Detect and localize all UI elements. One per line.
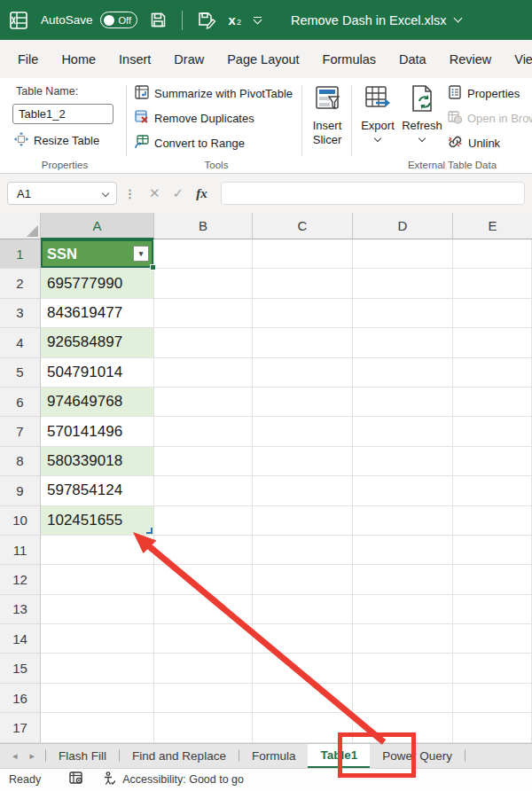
cell-E16[interactable] [453, 684, 532, 713]
cell-C17[interactable] [253, 713, 353, 742]
cell-B16[interactable] [154, 684, 253, 713]
refresh-button[interactable]: Refresh [399, 84, 445, 141]
unlink-button[interactable]: Unlink [448, 135, 500, 152]
cell-A15[interactable] [41, 654, 154, 683]
row-header-15[interactable]: 15 [0, 654, 41, 683]
cell-B2[interactable] [154, 269, 253, 298]
row-header-4[interactable]: 4 [0, 328, 41, 357]
row-header-9[interactable]: 9 [0, 476, 41, 505]
cell-D17[interactable] [353, 713, 453, 742]
accessibility-icon[interactable] [103, 771, 115, 787]
cancel-icon[interactable]: ✕ [149, 185, 160, 201]
cell-E17[interactable] [453, 713, 532, 742]
cell-D8[interactable] [353, 447, 453, 476]
cell-A13[interactable] [41, 595, 154, 624]
table-resize-handle[interactable] [146, 528, 153, 534]
cell-D6[interactable] [353, 388, 453, 417]
cell-C6[interactable] [253, 388, 353, 417]
ribbon-tab-insert[interactable]: Insert [119, 52, 151, 67]
cell-C7[interactable] [253, 417, 353, 446]
sheet-tab-formula[interactable]: Formula [239, 744, 309, 768]
cell-B11[interactable] [154, 536, 253, 565]
cell-E6[interactable] [453, 388, 532, 417]
cell-D12[interactable] [353, 565, 453, 594]
formula-input[interactable] [221, 182, 525, 205]
cell-C3[interactable] [253, 299, 353, 328]
cell-E3[interactable] [453, 299, 532, 328]
cell-E13[interactable] [453, 595, 532, 624]
cell-E11[interactable] [453, 536, 532, 565]
select-all-corner[interactable] [0, 213, 41, 239]
cell-C14[interactable] [253, 624, 353, 654]
cell-C15[interactable] [253, 654, 353, 683]
cell-B12[interactable] [154, 565, 253, 594]
column-header-c[interactable]: C [253, 213, 353, 239]
cell-B3[interactable] [154, 299, 253, 328]
cell-B7[interactable] [154, 417, 253, 446]
cell-B13[interactable] [154, 595, 253, 624]
sheet-tab-table1[interactable]: Table1 [308, 744, 370, 768]
cell-A2[interactable]: 695777990 [41, 269, 154, 298]
row-header-11[interactable]: 11 [0, 536, 41, 565]
cell-B15[interactable] [154, 654, 253, 683]
row-header-17[interactable]: 17 [0, 713, 41, 742]
table-name-input[interactable] [12, 104, 113, 124]
cell-A14[interactable] [41, 624, 154, 654]
cell-A17[interactable] [41, 713, 154, 742]
sheet-tab-power-query[interactable]: Power Query [370, 744, 465, 768]
fill-handle[interactable] [150, 264, 156, 270]
cell-A10[interactable]: 102451655 [41, 506, 154, 536]
row-header-10[interactable]: 10 [0, 506, 41, 536]
table-properties-button[interactable]: Properties [448, 85, 520, 102]
ribbon-tab-view[interactable]: View [514, 52, 532, 67]
cell-A4[interactable]: 926584897 [41, 328, 154, 357]
cell-E15[interactable] [453, 654, 532, 683]
cell-A6[interactable]: 974649768 [41, 388, 154, 417]
cell-D11[interactable] [353, 536, 453, 565]
row-header-3[interactable]: 3 [0, 299, 41, 328]
cell-B6[interactable] [154, 388, 253, 417]
cell-D4[interactable] [353, 328, 453, 357]
row-header-5[interactable]: 5 [0, 358, 41, 388]
macro-record-icon[interactable] [69, 771, 83, 787]
cell-A5[interactable]: 504791014 [41, 358, 154, 388]
cell-B5[interactable] [154, 358, 253, 388]
ribbon-tab-home[interactable]: Home [61, 52, 96, 67]
cell-A7[interactable]: 570141496 [41, 417, 154, 446]
cell-B17[interactable] [154, 713, 253, 742]
row-header-7[interactable]: 7 [0, 417, 41, 446]
document-title[interactable]: Remove Dash in Excel.xlsx [291, 13, 461, 27]
cell-E7[interactable] [453, 417, 532, 446]
cell-A16[interactable] [41, 684, 154, 713]
cell-C5[interactable] [253, 358, 353, 388]
cell-B14[interactable] [154, 624, 253, 654]
cell-D7[interactable] [353, 417, 453, 446]
row-header-2[interactable]: 2 [0, 269, 41, 298]
cell-C2[interactable] [253, 269, 353, 298]
row-header-6[interactable]: 6 [0, 388, 41, 417]
cell-D14[interactable] [353, 624, 453, 654]
cell-D2[interactable] [353, 269, 453, 298]
cell-D15[interactable] [353, 654, 453, 683]
ribbon-tab-data[interactable]: Data [399, 52, 426, 67]
row-header-16[interactable]: 16 [0, 684, 41, 713]
cell-E5[interactable] [453, 358, 532, 388]
subscript-icon[interactable]: x 2 [229, 13, 241, 27]
cell-A12[interactable] [41, 565, 154, 594]
ribbon-tab-draw[interactable]: Draw [174, 52, 204, 67]
sheet-nav-right-icon[interactable]: ▸ [30, 750, 35, 762]
cell-C13[interactable] [253, 595, 353, 624]
column-header-d[interactable]: D [353, 213, 453, 239]
cell-C9[interactable] [253, 476, 353, 505]
cell-E8[interactable] [453, 447, 532, 476]
insert-function-icon[interactable]: fx [196, 186, 207, 201]
cell-D16[interactable] [353, 684, 453, 713]
insert-slicer-button[interactable]: Insert Slicer [305, 84, 349, 148]
cell-C12[interactable] [253, 565, 353, 594]
save-as-icon[interactable] [198, 12, 216, 29]
cell-B1[interactable] [154, 239, 253, 269]
resize-table-button[interactable]: Resize Table [14, 132, 99, 149]
cell-C1[interactable] [253, 239, 353, 269]
cell-C11[interactable] [253, 536, 353, 565]
cell-E9[interactable] [453, 476, 532, 505]
